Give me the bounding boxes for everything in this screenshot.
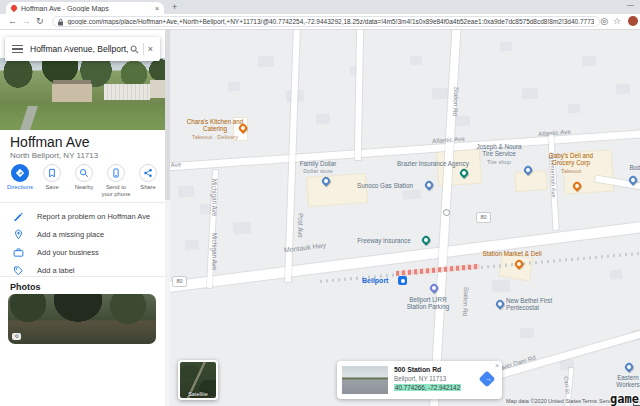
search-icon[interactable] <box>130 45 139 54</box>
directions-button[interactable]: Directions <box>4 164 36 191</box>
divider <box>0 276 170 277</box>
add-label-label: Add a label <box>37 266 75 275</box>
search-bar[interactable]: × <box>5 37 160 61</box>
building-block <box>178 185 195 197</box>
poi-label[interactable]: Bellport LIRR Station Parking <box>402 296 454 311</box>
building-tire-service <box>515 171 546 191</box>
road-label-post: Post Ave <box>297 208 304 244</box>
poi-label[interactable]: Bod <box>620 164 640 171</box>
location-coordinates: 40.774266, -72.942142 <box>394 384 461 391</box>
omnibox-icon[interactable]: ◎ <box>600 16 608 27</box>
building-block <box>492 279 511 292</box>
photos-thumbnail[interactable]: ⟲ <box>8 294 156 344</box>
poi-label[interactable]: Sunoco Gas Station <box>348 182 422 189</box>
map-data-attribution: Map data ©2020 <box>506 398 547 404</box>
place-subtitle: North Bellport, NY 11713 <box>10 151 98 160</box>
poi-name: Chara's Kitchen and Catering <box>187 118 244 132</box>
hero-photo-fence <box>104 84 150 100</box>
browser-tab[interactable]: Hoffman Ave - Google Maps × <box>6 2 164 14</box>
poi-label[interactable]: Eastern Workers <box>608 374 640 389</box>
poi-name: Gaby's Deli and Grocery Corp <box>549 152 593 166</box>
building-block <box>185 240 200 251</box>
poi-name: Sunoco Gas Station <box>357 182 413 189</box>
building-block <box>616 84 631 95</box>
satellite-toggle[interactable]: Satellite <box>178 360 218 400</box>
add-your-business-item[interactable]: Add your business <box>0 244 170 261</box>
location-thumbnail[interactable] <box>342 366 388 394</box>
map-canvas[interactable]: c Ave Atlantic Ave Atlantic Ave Michigan… <box>170 30 640 406</box>
add-missing-place-label: Add a missing place <box>37 230 104 239</box>
close-tab-icon[interactable]: × <box>155 5 159 12</box>
poi-name: Family Dollar <box>300 160 337 167</box>
location-title: 500 Station Rd <box>394 366 441 373</box>
report-problem-item[interactable]: Report a problem on Hoffman Ave <box>0 208 170 225</box>
poi-label[interactable]: Joseph & Noura Tire Service Tire shop <box>473 143 525 166</box>
browser-toolbar: ← → ↻ google.com/maps/place/Hoffman+Ave,… <box>0 14 640 30</box>
poi-label[interactable]: Freeway Insurance <box>346 237 422 244</box>
profile-avatar[interactable] <box>628 16 638 26</box>
bookmark-star-icon[interactable]: ☆ <box>613 16 621 27</box>
poi-label[interactable]: Family Dollar Dollar store <box>292 160 344 175</box>
label-tag-icon <box>13 265 24 276</box>
save-button[interactable]: Save <box>36 164 68 191</box>
route-80-shield: 80 <box>476 212 491 223</box>
card-close-icon[interactable]: × <box>495 362 499 369</box>
poi-label[interactable]: Gaby's Deli and Grocery Corp Takeout <box>546 152 596 175</box>
clear-search-icon[interactable]: × <box>148 45 153 54</box>
tab-strip: Hoffman Ave - Google Maps × + — <box>0 0 640 14</box>
road-label-station: Station Rd <box>461 281 470 321</box>
hero-photo-house <box>52 84 92 102</box>
minimize-window-icon[interactable]: — <box>627 1 634 8</box>
browser-window: Hoffman Ave - Google Maps × + — ← → ↻ go… <box>0 0 640 406</box>
share-button[interactable]: Share <box>132 164 164 191</box>
share-label: Share <box>132 184 164 191</box>
train-station-icon[interactable] <box>398 276 407 285</box>
smartphone-icon[interactable] <box>107 164 125 182</box>
poi-pin-service[interactable] <box>420 234 431 245</box>
building-block <box>568 104 581 114</box>
poi-label[interactable]: Chara's Kitchen and Catering Takeout · D… <box>186 118 244 141</box>
transit-station-label[interactable]: Bellport <box>362 277 388 284</box>
pencil-icon <box>13 211 24 222</box>
tab-title: Hoffman Ave - Google Maps <box>21 5 155 12</box>
road-minor <box>355 30 363 160</box>
search-input[interactable] <box>30 44 130 54</box>
region-attribution: United States <box>548 398 581 404</box>
save-label: Save <box>36 184 68 191</box>
road-label-michigan: Michigan Ave <box>211 232 218 272</box>
poi-label[interactable]: Station Market & Deli <box>480 250 544 257</box>
new-tab-button[interactable]: + <box>172 3 177 12</box>
share-icon[interactable] <box>139 164 157 182</box>
satellite-label: Satellite <box>180 391 216 397</box>
poi-pin-gas[interactable] <box>423 179 434 190</box>
building-block <box>610 270 623 280</box>
building-family-dollar <box>307 174 367 206</box>
save-bookmark-icon[interactable] <box>43 164 61 182</box>
poi-label[interactable]: New Bethel First Pentecostal <box>506 297 558 312</box>
road-label-montauk: Montauk Hwy <box>274 240 336 255</box>
poi-name: Station Market & Deli <box>482 250 541 257</box>
place-hero-photo[interactable] <box>0 58 170 130</box>
poi-sub: Dollar store <box>303 168 333 174</box>
forward-icon[interactable]: → <box>22 16 31 27</box>
poi-pin-church[interactable] <box>494 298 505 309</box>
nearby-search-icon[interactable] <box>75 164 93 182</box>
poi-name: Bellport LIRR Station Parking <box>407 296 450 310</box>
poi-sub: Takeout · Delivery <box>192 134 238 140</box>
menu-hamburger-icon[interactable] <box>12 45 23 53</box>
poi-pin[interactable] <box>623 361 634 372</box>
building-block <box>233 221 252 234</box>
card-directions-icon[interactable]: → <box>479 371 496 388</box>
poi-label[interactable]: Brazier Insurance Agency <box>388 160 478 167</box>
location-subtitle: Bellport, NY 11713 <box>394 375 446 382</box>
reload-icon[interactable]: ↻ <box>36 16 44 27</box>
send-to-phone-button[interactable]: Send to your phone <box>100 164 132 198</box>
back-icon[interactable]: ← <box>8 16 17 27</box>
poi-sub: Tire shop <box>487 159 511 165</box>
add-missing-place-item[interactable]: Add a missing place <box>0 226 170 243</box>
directions-icon[interactable] <box>11 164 29 182</box>
location-info-card[interactable]: 500 Station Rd Bellport, NY 11713 40.774… <box>337 361 502 399</box>
address-bar[interactable]: google.com/maps/place/Hoffman+Ave,+North… <box>52 16 600 27</box>
terms-link[interactable]: Terms <box>582 398 597 404</box>
nearby-button[interactable]: Nearby <box>68 164 100 191</box>
